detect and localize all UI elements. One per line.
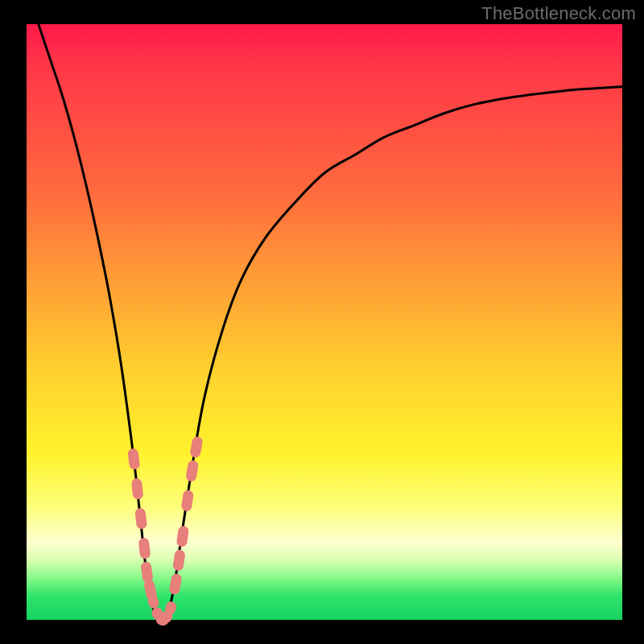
curve-marker	[168, 573, 182, 596]
curve-svg	[27, 24, 622, 620]
chart-frame: TheBottleneck.com	[0, 0, 644, 644]
curve-marker	[134, 508, 147, 530]
curve-marker	[176, 526, 189, 548]
curve-markers	[127, 436, 203, 626]
curve-marker	[140, 561, 154, 584]
curve-marker	[185, 460, 199, 482]
curve-marker	[127, 448, 140, 470]
curve-marker	[180, 489, 194, 512]
curve-marker	[161, 611, 172, 622]
curve-marker	[172, 549, 186, 572]
watermark-text: TheBottleneck.com	[481, 3, 636, 24]
curve-marker	[131, 478, 144, 500]
curve-marker	[189, 436, 203, 458]
bottleneck-curve	[39, 24, 622, 622]
plot-area	[27, 24, 622, 620]
curve-marker	[138, 538, 151, 559]
